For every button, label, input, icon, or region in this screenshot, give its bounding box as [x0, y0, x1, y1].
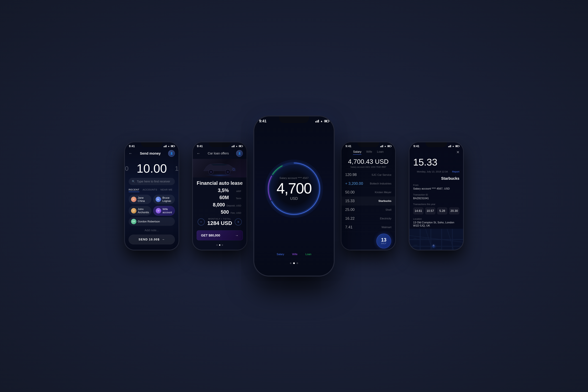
svg-point-0 [202, 172, 237, 176]
signal-icon-1 [164, 145, 166, 147]
status-time-5: 9:41 [414, 144, 419, 148]
loan-detail-arp: 3,5% ARP [198, 188, 241, 193]
txn-starbucks[interactable]: 15.33 Starbucks [342, 197, 395, 205]
increment-button[interactable]: + [235, 218, 242, 226]
battery-icon-1 [171, 145, 175, 147]
car-image [193, 159, 246, 177]
txn-merchant: Shell [385, 208, 391, 211]
txn-walmart[interactable]: 7.41 Walmart [342, 223, 395, 232]
txn-detail-merchant: Starbucks [410, 176, 463, 181]
location-value: 13 Old Compton St, Soho, London W1D 5JQ,… [413, 221, 459, 227]
contact-gordon[interactable]: GR Gordon Robertson [129, 217, 175, 226]
amount-scroll[interactable]: 8.00 9.00 10.00 11.00 12. [125, 159, 178, 176]
contact-tabs: RECENT ACCOUNTS NEAR ME [125, 187, 178, 193]
txn-amount: 25.00 [345, 208, 355, 212]
txn-amount: 120.98 [345, 172, 357, 177]
contact-name: Gordon Robertson [138, 220, 160, 223]
phone-5: 9:41 ▲ ✕ 15.33 [410, 142, 463, 250]
tab-loan[interactable]: Loan [377, 150, 384, 154]
user-avatar-2[interactable]: 👤 [236, 150, 243, 157]
add-note[interactable]: Add note... [125, 228, 178, 232]
txn-id-value: BAZ8231041 [413, 197, 459, 200]
contact-name: Bruce Lognac [162, 196, 172, 202]
amount-next1: 11.00 [175, 165, 178, 172]
dot-2 [219, 244, 220, 246]
txn-amount: + 3,200.00 [345, 181, 363, 186]
send-arrow: → [162, 238, 165, 241]
loan-headline: Financial auto lease [193, 178, 246, 188]
calendar-section: 13 JULY [342, 239, 395, 250]
send-label: SEND 10.00$ [138, 238, 160, 241]
close-button[interactable]: ✕ [454, 150, 459, 154]
battery-icon-2 [239, 145, 243, 147]
from-value: Salary account **** 4567, USD [413, 187, 459, 190]
gauge-currency: USD [276, 196, 312, 201]
amount-row: 8.00 9.00 10.00 11.00 12. [125, 162, 178, 176]
decrement-button[interactable]: − [198, 218, 204, 226]
svg-text:A501: A501 [414, 238, 417, 239]
arp-value: 3,5% [218, 188, 229, 193]
svg-point-36 [433, 245, 434, 246]
avatar-jane-china: JC [131, 197, 136, 202]
status-time-1: 9:41 [129, 144, 135, 148]
report-button[interactable]: Report [452, 170, 459, 173]
calendar-day: 13 [381, 238, 386, 242]
phones-container: 9:41 ▲ ← Send money 👤 [120, 120, 468, 272]
gauge-label-wife: Wife [292, 253, 298, 256]
back-button-1[interactable]: ← [129, 151, 132, 156]
tab-wife[interactable]: Wife [366, 150, 372, 154]
search-receiver[interactable]: 🔍 Type here to find receiver [129, 178, 175, 185]
search-placeholder: Type here to find receiver [137, 180, 170, 183]
phone-1: 9:41 ▲ ← Send money 👤 [125, 142, 178, 250]
fee-value: 500 [221, 209, 229, 215]
calendar-month: JULY [381, 242, 386, 244]
from-label: From [413, 184, 459, 187]
monthly-section: − MONTHLY / TOTAL 1284 USD + [197, 218, 243, 226]
contact-name: Wife account [162, 208, 172, 214]
txn-kirsten[interactable]: 50.00 Kirsten Meyer [342, 188, 395, 197]
contact-wife-account[interactable]: W Wife account [153, 206, 175, 216]
phone-5-notch [426, 142, 447, 147]
monthly-amount: MONTHLY / TOTAL 1284 USD [208, 218, 232, 226]
amount-prev1: 9.00 [125, 165, 128, 172]
tab-recent[interactable]: RECENT [129, 188, 140, 192]
contact-bruce-lognac[interactable]: BL Bruce Lognac [153, 195, 175, 204]
deposit-value: 8,000 [213, 202, 225, 208]
contact-john[interactable]: JA John Archontis [129, 206, 152, 216]
yearly-label: Transactions this year [413, 203, 459, 206]
tab-salary[interactable]: Salary [353, 150, 361, 154]
user-avatar-1[interactable]: 👤 [168, 150, 175, 157]
yearly-section: Transactions this year 14.61 10.57 5.28 … [410, 201, 463, 216]
gauge-label-loan: Loan [306, 253, 311, 256]
phone-2-screen: 9:41 ▲ ← Car loan offers 👤 [193, 142, 246, 250]
battery-icon-3 [324, 120, 329, 122]
calendar-bubble[interactable]: 13 JULY [376, 234, 391, 248]
back-button-2[interactable]: ← [197, 151, 200, 156]
phone-4-notch [358, 142, 379, 147]
phone-4-screen: 9:41 ▲ Salary Wife Loan [342, 142, 395, 250]
txn-bottech[interactable]: + 3,200.00 Bottech Industries [342, 179, 395, 188]
txn-electricity[interactable]: 16.22 Electricity [342, 214, 395, 223]
status-icons-4: ▲ [380, 145, 391, 147]
amount-current: 10.00 [136, 162, 167, 176]
send-button[interactable]: SEND 10.00$ → [129, 235, 175, 244]
arp-label: ARP [230, 190, 241, 193]
close-icon: ✕ [456, 150, 460, 154]
contact-jane-china[interactable]: JC Jane China [129, 195, 152, 204]
svg-point-6 [227, 171, 229, 173]
txn-detail-date: Monday, July 13, 2018 12:34 [413, 169, 452, 174]
map-container[interactable]: A501 A5204 A4202 Brook Street Piccadilly… [410, 229, 463, 250]
wifi-icon-4: ▲ [384, 145, 386, 147]
phone-1-screen: 9:41 ▲ ← Send money 👤 [125, 142, 178, 250]
get-loan-button[interactable]: GET $80,000 → [197, 230, 243, 240]
svg-text:Piccadilly: Piccadilly [436, 248, 441, 250]
tab-near-me[interactable]: NEAR ME [160, 188, 172, 192]
tab-accounts[interactable]: ACCOUNTS [142, 188, 157, 192]
monthly-value: 1284 USD [208, 220, 232, 226]
location-section: Location 13 Old Compton St, Soho, London… [410, 216, 463, 229]
txn-sjc[interactable]: 120.98 SJC Car Service [342, 170, 395, 179]
yearly-chip-3: 5.28 [437, 207, 447, 214]
avatar-john: JA [131, 208, 136, 214]
txn-shell[interactable]: 25.00 Shell [342, 206, 395, 214]
signal-icon-2 [232, 145, 234, 147]
